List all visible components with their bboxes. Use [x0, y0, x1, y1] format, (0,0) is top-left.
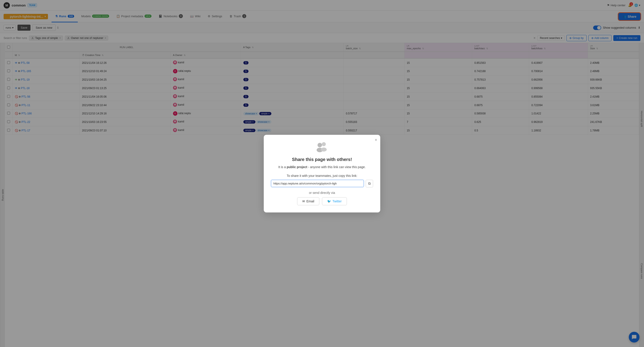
share-link-input[interactable]	[271, 180, 364, 187]
svg-point-14	[318, 143, 322, 147]
modal-link-row: ⧉	[271, 180, 373, 187]
modal-desc-bold: public project	[286, 165, 307, 169]
share-modal: × Share this page with others! It is a p…	[264, 135, 380, 212]
modal-title: Share this page with others!	[271, 157, 373, 162]
twitter-share-button[interactable]: 🐦 Twitter	[322, 197, 347, 205]
svg-point-17	[321, 148, 327, 152]
modal-or-text: or send directly via	[271, 191, 373, 195]
share-modal-overlay[interactable]: × Share this page with others! It is a p…	[0, 0, 644, 347]
social-share-buttons: ✉ Email 🐦 Twitter	[271, 197, 373, 205]
twitter-label: Twitter	[332, 199, 342, 203]
modal-close-button[interactable]: ×	[375, 138, 377, 142]
copy-link-button[interactable]: ⧉	[366, 180, 373, 187]
email-label: Email	[306, 199, 314, 203]
email-share-button[interactable]: ✉ Email	[297, 197, 319, 205]
twitter-icon: 🐦	[327, 199, 331, 203]
svg-point-16	[322, 142, 326, 146]
modal-desc-part1: It is a	[278, 165, 286, 169]
email-icon: ✉	[302, 199, 305, 203]
modal-share-label: To share it with your teammates, just co…	[271, 174, 373, 178]
modal-icon	[271, 142, 373, 153]
modal-desc-part2: - anyone with this link can view this pa…	[307, 165, 366, 169]
share-people-icon	[315, 142, 329, 153]
modal-description: It is a public project - anyone with thi…	[271, 165, 373, 169]
